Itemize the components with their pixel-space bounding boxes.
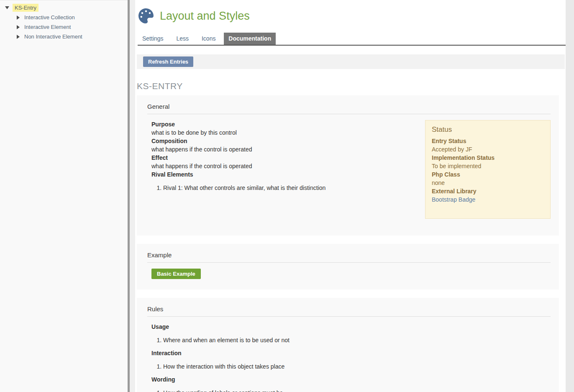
status-field-label: Php Class	[432, 170, 544, 179]
example-panel-title: Example	[147, 248, 551, 263]
sidebar: KS-Entry Interactive Collection Interact…	[0, 0, 128, 392]
rules-field-list: Usage Where and when an element is to be…	[151, 323, 551, 392]
status-field-value: To be implemented	[432, 162, 544, 170]
refresh-entries-button[interactable]: Refresh Entries	[143, 56, 193, 67]
general-panel-body: Status Entry Status Accepted by JF Imple…	[151, 120, 551, 219]
app-window: KS-Entry Interactive Collection Interact…	[0, 0, 574, 392]
entry-tree: KS-Entry Interactive Collection Interact…	[0, 3, 128, 41]
tree-item-non-interactive-element[interactable]: Non Interactive Element	[0, 32, 128, 41]
status-field-value: Accepted by JF	[432, 145, 544, 154]
caret-right-icon[interactable]	[17, 35, 20, 39]
toolbar: Refresh Entries	[137, 54, 565, 69]
rule-value: How the wording of labels or captions mu…	[151, 389, 551, 392]
tree-item-label[interactable]: Interactive Element	[22, 23, 73, 31]
tree-item-ks-entry[interactable]: KS-Entry	[0, 3, 128, 13]
tree-item-label[interactable]: Non Interactive Element	[22, 33, 85, 41]
rule-label: Wording	[151, 375, 551, 384]
rule-item: How the wording of labels or captions mu…	[163, 389, 551, 392]
status-field-label: Entry Status	[432, 137, 544, 145]
general-panel-title: General	[147, 100, 551, 114]
tree-item-interactive-element[interactable]: Interactive Element	[0, 22, 128, 32]
tab-icons[interactable]: Icons	[197, 33, 220, 45]
rule-item: How the interaction with this object tak…	[163, 362, 551, 371]
entry-title: KS-ENTRY	[137, 81, 566, 91]
tab-less[interactable]: Less	[172, 33, 193, 45]
external-library-link[interactable]: Bootstrap Badge	[432, 195, 544, 204]
rules-panel-body: Usage Where and when an element is to be…	[151, 323, 551, 392]
tab-bar: Settings Less Icons Documentation	[138, 33, 566, 46]
caret-right-icon[interactable]	[17, 15, 20, 20]
caret-down-icon[interactable]	[5, 6, 9, 9]
basic-example-button[interactable]: Basic Example	[151, 269, 201, 279]
rule-label: Interaction	[151, 349, 551, 357]
page-header: Layout and Styles	[135, 0, 566, 23]
status-box: Status Entry Status Accepted by JF Imple…	[425, 120, 551, 219]
rule-value: Where and when an element is to be used …	[151, 336, 551, 344]
tree-item-label[interactable]: KS-Entry	[13, 4, 38, 12]
general-panel: General Status Entry Status Accepted by …	[137, 95, 559, 236]
example-panel: Example Basic Example	[137, 244, 559, 290]
tab-settings[interactable]: Settings	[138, 33, 168, 45]
tab-documentation[interactable]: Documentation	[224, 33, 276, 45]
palette-icon	[138, 8, 154, 23]
sidebar-scrollbar-track[interactable]	[130, 0, 135, 392]
rule-list: How the interaction with this object tak…	[151, 362, 551, 371]
main-scrollbar-track[interactable]	[566, 0, 574, 392]
rule-label: Usage	[151, 323, 551, 331]
status-field-label: External Library	[432, 187, 544, 195]
status-box-title: Status	[432, 126, 544, 134]
rule-list: Where and when an element is to be used …	[151, 336, 551, 344]
rule-value: How the interaction with this object tak…	[151, 362, 551, 371]
tree-item-label[interactable]: Interactive Collection	[22, 13, 77, 21]
rules-panel: Rules Usage Where and when an element is…	[137, 298, 559, 392]
main-content: Layout and Styles Settings Less Icons Do…	[135, 0, 566, 392]
example-panel-body: Basic Example	[151, 269, 551, 279]
status-field-value: none	[432, 179, 544, 187]
page-title: Layout and Styles	[160, 9, 250, 23]
rules-panel-title: Rules	[147, 302, 551, 317]
caret-right-icon[interactable]	[17, 25, 20, 29]
tree-item-interactive-collection[interactable]: Interactive Collection	[0, 13, 128, 22]
status-field-label: Implementation Status	[432, 154, 544, 162]
rule-list: How the wording of labels or captions mu…	[151, 389, 551, 392]
status-field-list: Entry Status Accepted by JF Implementati…	[432, 137, 544, 204]
rule-item: Where and when an element is to be used …	[163, 336, 551, 344]
